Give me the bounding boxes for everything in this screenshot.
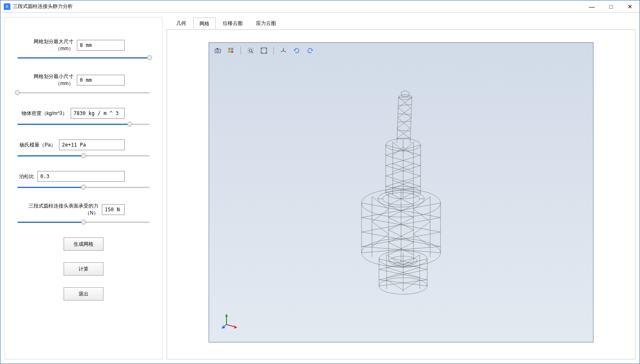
axes-icon[interactable] [279, 46, 288, 55]
force-slider[interactable] [17, 219, 150, 225]
svg-marker-15 [225, 314, 228, 317]
density-slider[interactable] [17, 121, 150, 127]
app-icon: ≡ [4, 3, 10, 10]
tab-stress[interactable]: 应力云图 [250, 17, 282, 29]
exit-button[interactable]: 退出 [64, 287, 103, 300]
svg-point-8 [249, 49, 252, 52]
svg-rect-4 [231, 48, 233, 50]
palette-icon[interactable] [226, 46, 236, 55]
mesh-max-label: 网格划分最大尺寸（mm） [17, 38, 74, 52]
poisson-slider[interactable] [17, 184, 150, 190]
svg-rect-3 [228, 48, 230, 50]
poisson-input[interactable] [37, 171, 125, 182]
generate-mesh-button[interactable]: 生成网格 [64, 237, 103, 251]
window-title: 三段式圆柱连接头静力分析 [13, 3, 73, 10]
mesh-max-slider[interactable] [17, 55, 150, 61]
parameter-panel: 网格划分最大尺寸（mm） 网格划分最小尺寸（mm） 物体密度（kg/m^3） [5, 17, 162, 359]
tab-mesh[interactable]: 网格 [193, 17, 216, 30]
minimize-button[interactable]: — [582, 0, 601, 13]
axis-gizmo-icon [222, 313, 238, 330]
close-button[interactable]: ✕ [620, 0, 640, 13]
mesh-min-slider[interactable] [17, 90, 150, 95]
svg-rect-6 [231, 51, 233, 53]
svg-point-1 [217, 50, 219, 52]
maximize-button[interactable]: □ [601, 0, 620, 13]
tab-displacement[interactable]: 位移云图 [217, 17, 249, 29]
result-panel: 几何 网格 位移云图 应力云图 [167, 17, 635, 359]
svg-line-13 [281, 51, 283, 52]
youngs-slider[interactable] [17, 153, 150, 159]
svg-marker-17 [234, 325, 237, 329]
tab-geometry[interactable]: 几何 [170, 17, 192, 29]
force-input[interactable] [102, 204, 125, 215]
svg-rect-5 [228, 51, 230, 53]
mesh-viewport[interactable] [209, 42, 593, 342]
svg-line-12 [283, 51, 286, 52]
svg-line-9 [251, 51, 253, 53]
density-input[interactable] [71, 108, 125, 119]
density-label: 物体密度（kg/m^3） [17, 110, 67, 117]
fit-screen-icon[interactable] [259, 46, 268, 55]
mesh-wireframe [335, 89, 468, 296]
viewport-toolbar [212, 45, 316, 56]
mesh-min-label: 网格划分最小尺寸（mm） [17, 73, 74, 87]
mesh-min-input[interactable] [77, 75, 125, 86]
calculate-button[interactable]: 计算 [64, 262, 103, 276]
result-tabs: 几何 网格 位移云图 应力云图 [167, 17, 635, 29]
titlebar: ≡ 三段式圆柱连接头静力分析 — □ ✕ [0, 0, 640, 13]
youngs-label: 杨氏模量（Pa） [17, 142, 56, 149]
rotate-right-icon[interactable] [305, 46, 315, 55]
rotate-left-icon[interactable] [292, 46, 301, 55]
svg-marker-21 [401, 90, 409, 96]
poisson-label: 泊松比 [17, 173, 34, 180]
zoom-box-icon[interactable] [246, 46, 255, 55]
camera-icon[interactable] [213, 46, 222, 55]
mesh-max-input[interactable] [77, 40, 125, 51]
youngs-input[interactable] [59, 139, 125, 150]
force-label: 三段式圆柱连接头表面承受的力（N） [17, 203, 98, 217]
svg-rect-2 [217, 48, 218, 49]
